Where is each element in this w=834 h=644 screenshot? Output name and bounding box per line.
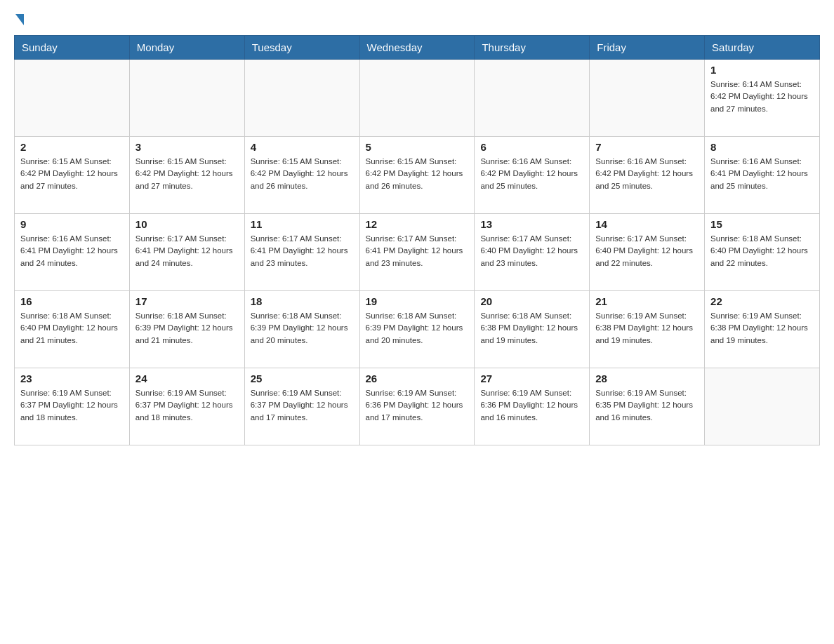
- day-info: Sunrise: 6:18 AM Sunset: 6:40 PM Dayligh…: [20, 310, 124, 347]
- day-of-week-header: Tuesday: [244, 36, 359, 60]
- calendar-cell: 28Sunrise: 6:19 AM Sunset: 6:35 PM Dayli…: [590, 368, 705, 445]
- day-info: Sunrise: 6:17 AM Sunset: 6:41 PM Dayligh…: [251, 233, 354, 269]
- day-info: Sunrise: 6:17 AM Sunset: 6:41 PM Dayligh…: [366, 233, 469, 269]
- day-number: 3: [135, 141, 239, 153]
- day-info: Sunrise: 6:15 AM Sunset: 6:42 PM Dayligh…: [135, 156, 239, 192]
- day-number: 2: [20, 141, 124, 153]
- day-number: 18: [251, 295, 354, 307]
- calendar-week-row: 2Sunrise: 6:15 AM Sunset: 6:42 PM Daylig…: [15, 137, 820, 214]
- day-number: 15: [710, 218, 814, 230]
- calendar-cell: [359, 60, 475, 137]
- calendar-cell: 5Sunrise: 6:15 AM Sunset: 6:42 PM Daylig…: [359, 137, 475, 214]
- calendar-cell: 24Sunrise: 6:19 AM Sunset: 6:37 PM Dayli…: [129, 368, 244, 445]
- day-info: Sunrise: 6:16 AM Sunset: 6:42 PM Dayligh…: [595, 156, 699, 192]
- day-info: Sunrise: 6:17 AM Sunset: 6:40 PM Dayligh…: [595, 233, 699, 269]
- day-number: 22: [710, 295, 814, 307]
- day-number: 5: [366, 141, 469, 153]
- calendar-cell: 22Sunrise: 6:19 AM Sunset: 6:38 PM Dayli…: [705, 291, 820, 368]
- logo: [14, 14, 25, 24]
- day-number: 26: [366, 373, 469, 384]
- day-number: 6: [480, 141, 583, 153]
- day-number: 4: [251, 141, 354, 153]
- calendar-cell: 26Sunrise: 6:19 AM Sunset: 6:36 PM Dayli…: [359, 368, 475, 445]
- day-number: 28: [595, 373, 699, 384]
- day-number: 17: [135, 295, 239, 307]
- calendar-cell: 12Sunrise: 6:17 AM Sunset: 6:41 PM Dayli…: [359, 214, 475, 291]
- calendar-cell: 23Sunrise: 6:19 AM Sunset: 6:37 PM Dayli…: [15, 368, 130, 445]
- day-of-week-header: Wednesday: [359, 36, 475, 60]
- page-header: [14, 14, 820, 24]
- calendar-cell: 13Sunrise: 6:17 AM Sunset: 6:40 PM Dayli…: [475, 214, 590, 291]
- calendar-cell: 16Sunrise: 6:18 AM Sunset: 6:40 PM Dayli…: [15, 291, 130, 368]
- day-number: 9: [20, 218, 124, 230]
- calendar-week-row: 9Sunrise: 6:16 AM Sunset: 6:41 PM Daylig…: [15, 214, 820, 291]
- calendar-cell: 20Sunrise: 6:18 AM Sunset: 6:38 PM Dayli…: [475, 291, 590, 368]
- day-info: Sunrise: 6:16 AM Sunset: 6:41 PM Dayligh…: [710, 156, 814, 192]
- day-info: Sunrise: 6:18 AM Sunset: 6:38 PM Dayligh…: [480, 310, 583, 347]
- logo-arrow-icon: [15, 14, 24, 25]
- calendar-cell: [705, 368, 820, 445]
- calendar-cell: 6Sunrise: 6:16 AM Sunset: 6:42 PM Daylig…: [475, 137, 590, 214]
- day-info: Sunrise: 6:19 AM Sunset: 6:37 PM Dayligh…: [251, 387, 354, 424]
- day-info: Sunrise: 6:17 AM Sunset: 6:40 PM Dayligh…: [480, 233, 583, 269]
- day-info: Sunrise: 6:18 AM Sunset: 6:39 PM Dayligh…: [135, 310, 239, 347]
- day-info: Sunrise: 6:18 AM Sunset: 6:40 PM Dayligh…: [710, 233, 814, 269]
- calendar-cell: 9Sunrise: 6:16 AM Sunset: 6:41 PM Daylig…: [15, 214, 130, 291]
- day-info: Sunrise: 6:19 AM Sunset: 6:35 PM Dayligh…: [595, 387, 699, 424]
- calendar-cell: 27Sunrise: 6:19 AM Sunset: 6:36 PM Dayli…: [475, 368, 590, 445]
- day-of-week-header: Thursday: [475, 36, 590, 60]
- calendar-cell: 25Sunrise: 6:19 AM Sunset: 6:37 PM Dayli…: [244, 368, 359, 445]
- calendar-cell: [15, 60, 130, 137]
- calendar-cell: [475, 60, 590, 137]
- day-info: Sunrise: 6:18 AM Sunset: 6:39 PM Dayligh…: [366, 310, 469, 347]
- calendar-cell: 4Sunrise: 6:15 AM Sunset: 6:42 PM Daylig…: [244, 137, 359, 214]
- day-of-week-header: Saturday: [705, 36, 820, 60]
- day-info: Sunrise: 6:19 AM Sunset: 6:36 PM Dayligh…: [480, 387, 583, 424]
- day-number: 16: [20, 295, 124, 307]
- day-of-week-header: Monday: [129, 36, 244, 60]
- day-number: 8: [710, 141, 814, 153]
- day-of-week-header: Sunday: [15, 36, 130, 60]
- day-number: 1: [710, 64, 814, 76]
- day-info: Sunrise: 6:19 AM Sunset: 6:37 PM Dayligh…: [135, 387, 239, 424]
- day-info: Sunrise: 6:19 AM Sunset: 6:36 PM Dayligh…: [366, 387, 469, 424]
- calendar-table: SundayMondayTuesdayWednesdayThursdayFrid…: [14, 35, 820, 445]
- calendar-week-row: 16Sunrise: 6:18 AM Sunset: 6:40 PM Dayli…: [15, 291, 820, 368]
- day-info: Sunrise: 6:15 AM Sunset: 6:42 PM Dayligh…: [366, 156, 469, 192]
- calendar-cell: 2Sunrise: 6:15 AM Sunset: 6:42 PM Daylig…: [15, 137, 130, 214]
- calendar-cell: 3Sunrise: 6:15 AM Sunset: 6:42 PM Daylig…: [129, 137, 244, 214]
- day-info: Sunrise: 6:19 AM Sunset: 6:38 PM Dayligh…: [710, 310, 814, 347]
- day-of-week-header: Friday: [590, 36, 705, 60]
- day-number: 10: [135, 218, 239, 230]
- calendar-cell: 1Sunrise: 6:14 AM Sunset: 6:42 PM Daylig…: [705, 60, 820, 137]
- calendar-cell: [129, 60, 244, 137]
- day-number: 24: [135, 373, 239, 384]
- day-info: Sunrise: 6:15 AM Sunset: 6:42 PM Dayligh…: [251, 156, 354, 192]
- day-number: 19: [366, 295, 469, 307]
- day-info: Sunrise: 6:15 AM Sunset: 6:42 PM Dayligh…: [20, 156, 124, 192]
- day-number: 13: [480, 218, 583, 230]
- day-info: Sunrise: 6:18 AM Sunset: 6:39 PM Dayligh…: [251, 310, 354, 347]
- day-info: Sunrise: 6:16 AM Sunset: 6:42 PM Dayligh…: [480, 156, 583, 192]
- calendar-cell: 19Sunrise: 6:18 AM Sunset: 6:39 PM Dayli…: [359, 291, 475, 368]
- day-number: 27: [480, 373, 583, 384]
- calendar-cell: 18Sunrise: 6:18 AM Sunset: 6:39 PM Dayli…: [244, 291, 359, 368]
- day-info: Sunrise: 6:14 AM Sunset: 6:42 PM Dayligh…: [710, 79, 814, 115]
- day-number: 11: [251, 218, 354, 230]
- day-info: Sunrise: 6:16 AM Sunset: 6:41 PM Dayligh…: [20, 233, 124, 269]
- calendar-cell: 7Sunrise: 6:16 AM Sunset: 6:42 PM Daylig…: [590, 137, 705, 214]
- day-number: 7: [595, 141, 699, 153]
- day-number: 14: [595, 218, 699, 230]
- calendar-cell: 10Sunrise: 6:17 AM Sunset: 6:41 PM Dayli…: [129, 214, 244, 291]
- day-number: 20: [480, 295, 583, 307]
- day-info: Sunrise: 6:19 AM Sunset: 6:38 PM Dayligh…: [595, 310, 699, 347]
- calendar-cell: 17Sunrise: 6:18 AM Sunset: 6:39 PM Dayli…: [129, 291, 244, 368]
- calendar-cell: 21Sunrise: 6:19 AM Sunset: 6:38 PM Dayli…: [590, 291, 705, 368]
- calendar-week-row: 1Sunrise: 6:14 AM Sunset: 6:42 PM Daylig…: [15, 60, 820, 137]
- calendar-cell: 14Sunrise: 6:17 AM Sunset: 6:40 PM Dayli…: [590, 214, 705, 291]
- calendar-cell: 15Sunrise: 6:18 AM Sunset: 6:40 PM Dayli…: [705, 214, 820, 291]
- day-number: 12: [366, 218, 469, 230]
- day-number: 25: [251, 373, 354, 384]
- calendar-cell: 11Sunrise: 6:17 AM Sunset: 6:41 PM Dayli…: [244, 214, 359, 291]
- calendar-cell: [590, 60, 705, 137]
